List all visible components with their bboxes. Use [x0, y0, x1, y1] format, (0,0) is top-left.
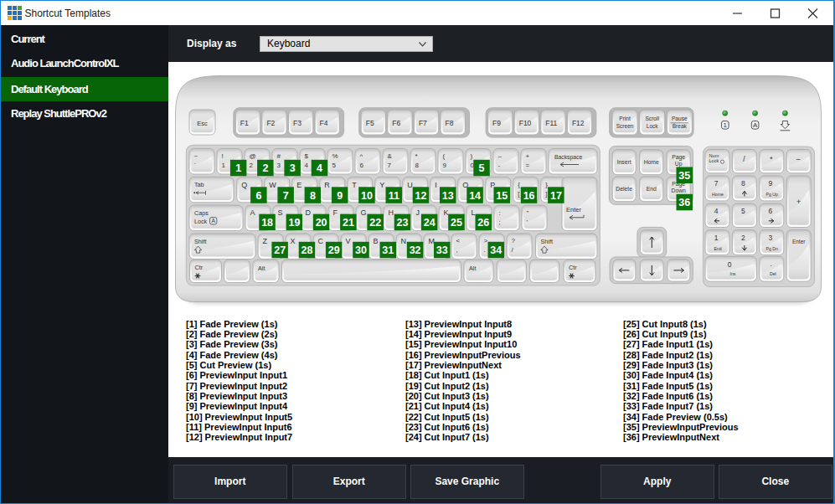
- svg-text:C: C: [318, 237, 324, 245]
- svg-text:Scroll: Scroll: [645, 116, 659, 121]
- svg-text:Ctr: Ctr: [569, 264, 577, 271]
- svg-text:24: 24: [424, 217, 436, 229]
- svg-text:F8: F8: [446, 119, 454, 127]
- svg-text:4: 4: [305, 162, 309, 169]
- svg-text:?: ?: [512, 237, 516, 244]
- svg-text:;: ;: [499, 219, 501, 226]
- svg-text:10: 10: [361, 190, 373, 202]
- svg-text:F1: F1: [240, 119, 249, 127]
- svg-text:&: &: [388, 152, 393, 160]
- svg-text:14: 14: [469, 190, 481, 202]
- svg-text:Enter: Enter: [792, 239, 806, 244]
- svg-text:F3: F3: [293, 119, 302, 127]
- svg-text:): ): [471, 152, 473, 160]
- svg-text:Ins: Ins: [730, 271, 736, 276]
- svg-text:2: 2: [250, 162, 254, 169]
- svg-text:23: 23: [397, 217, 409, 229]
- svg-text:I: I: [435, 181, 437, 189]
- svg-text:8: 8: [415, 162, 420, 169]
- svg-text:.: .: [771, 260, 772, 268]
- svg-text:13: 13: [442, 190, 454, 202]
- svg-text:@: @: [250, 152, 256, 160]
- svg-text:W: W: [269, 181, 276, 189]
- svg-text:E: E: [296, 181, 302, 189]
- svg-text:7: 7: [388, 162, 392, 169]
- svg-text:J: J: [416, 208, 420, 217]
- svg-text:4: 4: [317, 162, 322, 174]
- svg-text:16: 16: [523, 190, 535, 202]
- svg-text:^: ^: [360, 152, 363, 160]
- svg-text:T: T: [352, 181, 357, 189]
- svg-text:Lock: Lock: [709, 158, 719, 163]
- svg-text:Del: Del: [770, 271, 776, 276]
- svg-text:%: %: [332, 152, 338, 160]
- svg-text:End: End: [714, 246, 721, 251]
- svg-text:9: 9: [768, 179, 772, 188]
- svg-text:Y: Y: [379, 181, 384, 189]
- svg-text:20: 20: [316, 217, 327, 229]
- svg-text:R: R: [324, 181, 330, 189]
- svg-text:–: –: [796, 155, 801, 163]
- svg-text:Insert: Insert: [617, 159, 631, 165]
- svg-text:Q: Q: [241, 181, 247, 189]
- svg-text:+: +: [526, 152, 530, 160]
- svg-text:32: 32: [410, 244, 421, 256]
- svg-text:31: 31: [382, 244, 394, 256]
- svg-text:12: 12: [415, 190, 427, 202]
- svg-text:1: 1: [724, 121, 728, 129]
- svg-text:Pause: Pause: [672, 116, 688, 121]
- svg-text:3: 3: [277, 162, 281, 169]
- svg-text:F: F: [333, 208, 338, 217]
- svg-text:F7: F7: [419, 119, 427, 127]
- svg-text:Enter: Enter: [566, 206, 581, 213]
- svg-text:6: 6: [768, 207, 772, 215]
- svg-text:6: 6: [255, 190, 261, 202]
- svg-text:F4: F4: [320, 119, 328, 127]
- svg-text:8: 8: [310, 190, 316, 202]
- svg-text:F11: F11: [545, 119, 557, 127]
- svg-text:H: H: [389, 208, 394, 217]
- svg-text:26: 26: [477, 217, 489, 229]
- svg-text:Screen: Screen: [616, 123, 634, 129]
- svg-text:Alt: Alt: [469, 265, 476, 272]
- svg-text:K: K: [444, 208, 449, 217]
- svg-text:30: 30: [355, 244, 367, 256]
- svg-text:S: S: [278, 208, 283, 217]
- svg-text:9: 9: [443, 162, 447, 169]
- svg-text:]: ]: [545, 190, 547, 198]
- svg-text:29: 29: [328, 244, 340, 256]
- svg-text:18: 18: [261, 217, 273, 229]
- svg-text:Up: Up: [675, 161, 683, 167]
- svg-text:25: 25: [451, 217, 462, 229]
- svg-text:7: 7: [714, 179, 719, 188]
- svg-text:Tab: Tab: [194, 181, 204, 188]
- svg-text:Z: Z: [263, 237, 268, 245]
- svg-text:M: M: [429, 237, 435, 245]
- svg-text:6: 6: [360, 162, 364, 169]
- svg-text:F12: F12: [572, 119, 585, 127]
- svg-text:": ": [527, 209, 529, 217]
- svg-text:*: *: [415, 152, 418, 160]
- svg-text:Lock: Lock: [194, 218, 208, 225]
- svg-text:5: 5: [741, 207, 745, 215]
- svg-text:Delete: Delete: [616, 186, 632, 192]
- svg-text:#: #: [277, 152, 281, 160]
- svg-text:,: ,: [456, 246, 458, 254]
- svg-text:N: N: [401, 237, 407, 245]
- svg-text:–: –: [498, 152, 503, 160]
- svg-text:D: D: [306, 208, 312, 217]
- svg-text:<: <: [456, 237, 461, 244]
- svg-text:F2: F2: [266, 119, 275, 127]
- svg-text:Page: Page: [672, 154, 685, 161]
- svg-text:>: >: [484, 237, 488, 244]
- svg-text:Alt: Alt: [258, 265, 265, 272]
- svg-text:0: 0: [728, 260, 732, 269]
- svg-text:Home: Home: [644, 159, 659, 165]
- svg-text:36: 36: [678, 197, 690, 208]
- svg-text:A: A: [211, 218, 215, 224]
- svg-text:=: =: [526, 162, 530, 169]
- svg-text:22: 22: [369, 217, 381, 229]
- svg-text:Ctr: Ctr: [195, 264, 204, 271]
- svg-text:9: 9: [337, 190, 343, 202]
- svg-text:19: 19: [288, 217, 300, 229]
